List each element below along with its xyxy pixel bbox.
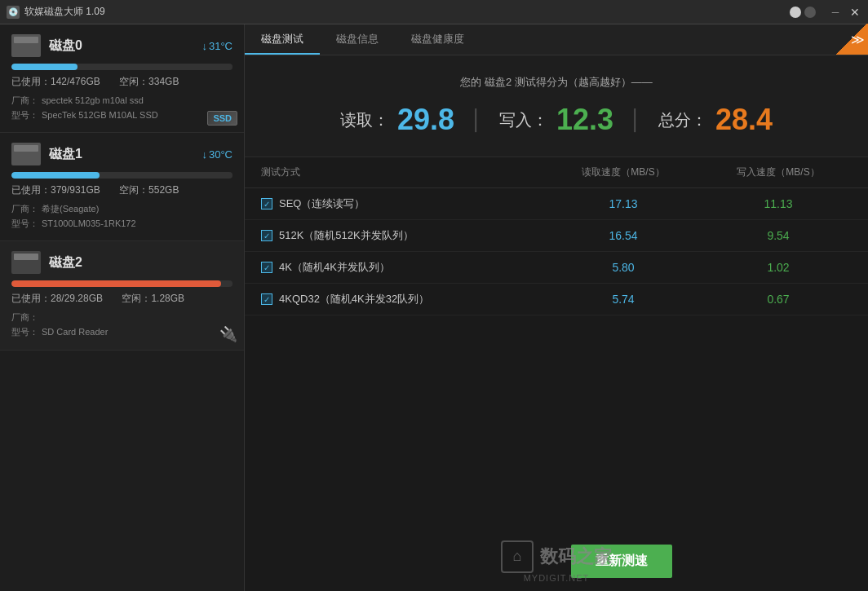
total-value: 28.4 <box>715 103 773 137</box>
disk-0-info: 厂商：spectek 512gb m10al ssd 型号：SpecTek 51… <box>11 94 232 122</box>
disk-1-header: 磁盘1 ↓ 30°C <box>11 143 232 165</box>
watermark-logo: ⌂ 数码之家 <box>501 540 612 573</box>
disk-0-item[interactable]: 磁盘0 ↓ 31°C 已使用：142/476GB 空闲：334GB 厂商：spe… <box>0 24 244 133</box>
temp-arrow-icon-1: ↓ <box>202 148 207 161</box>
row-1-method: 512K（随机512K并发队列） <box>279 228 414 243</box>
row-1-method-cell: 512K（随机512K并发队列） <box>261 228 542 243</box>
row-1-checkbox[interactable] <box>261 230 272 241</box>
close-button[interactable]: ✕ <box>848 6 861 19</box>
disk-1-usage: 已使用：379/931GB 空闲：552GB <box>11 183 232 197</box>
disk-2-progress-fill <box>11 280 221 287</box>
window-controls: ─ ✕ <box>790 6 861 19</box>
row-3-checkbox[interactable] <box>261 293 272 305</box>
read-value: 29.8 <box>397 103 454 137</box>
tab-disk-health[interactable]: 磁盘健康度 <box>395 25 480 55</box>
row-2-method: 4K（随机4K并发队列） <box>279 260 390 275</box>
watermark: ⌂ 数码之家 MYDIGIT.NET <box>501 540 612 583</box>
row-0-write: 11.13 <box>705 197 852 210</box>
disk-0-progress-bg <box>11 64 232 70</box>
row-0-checkbox[interactable] <box>261 198 272 209</box>
table-row: 4K（随机4K并发队列） 5.80 1.02 <box>245 252 868 284</box>
score-title: 您的 磁盘2 测试得分为（越高越好）—— <box>277 75 835 90</box>
read-score-item: 读取： 29.8 <box>340 103 454 137</box>
row-1-write: 9.54 <box>705 229 852 242</box>
disk-0-progress-fill <box>11 64 78 70</box>
header-write: 写入速度（MB/S） <box>705 165 852 179</box>
write-label: 写入： <box>499 109 548 131</box>
main-container: 磁盘0 ↓ 31°C 已使用：142/476GB 空闲：334GB 厂商：spe… <box>0 24 868 591</box>
disk-2-icon-name: 磁盘2 <box>11 251 82 274</box>
disk-2-header: 磁盘2 <box>11 251 232 274</box>
score-divider-2: │ <box>630 108 642 131</box>
write-value: 12.3 <box>556 103 613 137</box>
watermark-home-icon: ⌂ <box>501 540 534 573</box>
watermark-sub: MYDIGIT.NET <box>524 573 590 583</box>
score-divider-1: │ <box>471 108 483 131</box>
disk-0-usage: 已使用：142/476GB 空闲：334GB <box>11 75 232 89</box>
row-2-checkbox[interactable] <box>261 262 272 273</box>
watermark-text: 数码之家 <box>540 545 612 569</box>
app-title: 软媒磁盘大师 1.09 <box>24 5 105 19</box>
write-score-item: 写入： 12.3 <box>499 103 613 137</box>
row-3-write: 0.67 <box>705 293 852 306</box>
light-theme-dot <box>790 7 801 18</box>
header-read: 读取速度（MB/S） <box>542 165 705 179</box>
disk-2-usb-badge: 🔌 <box>219 325 237 343</box>
row-2-write: 1.02 <box>705 261 852 274</box>
disk-2-usage: 已使用：28/29.28GB 空闲：1.28GB <box>11 292 232 306</box>
total-score-item: 总分： 28.4 <box>658 103 773 137</box>
disk-1-temp: ↓ 30°C <box>202 148 232 161</box>
disk-1-icon <box>11 143 41 165</box>
disk-1-name: 磁盘1 <box>49 146 82 163</box>
disk-1-icon-name: 磁盘1 <box>11 143 82 165</box>
tabs-bar: 磁盘测试 磁盘信息 磁盘健康度 ≫ <box>245 24 868 55</box>
disk-0-icon-name: 磁盘0 <box>11 34 82 57</box>
row-3-read: 5.74 <box>542 293 705 306</box>
dark-theme-dot <box>804 7 816 18</box>
row-0-method: SEQ（连续读写） <box>279 196 365 211</box>
disk-2-name: 磁盘2 <box>49 254 82 271</box>
row-2-read: 5.80 <box>542 261 705 274</box>
disk-2-icon <box>11 251 41 274</box>
disk-0-ssd-badge: SSD <box>207 111 237 126</box>
retest-area: ⌂ 数码之家 MYDIGIT.NET 重新测速 <box>245 531 868 591</box>
row-0-read: 17.13 <box>542 197 705 210</box>
total-label: 总分： <box>658 109 707 131</box>
row-3-method: 4KQD32（随机4K并发32队列） <box>279 292 429 307</box>
row-1-read: 16.54 <box>542 229 705 242</box>
table-row: 512K（随机512K并发队列） 16.54 9.54 <box>245 220 868 252</box>
temp-arrow-icon: ↓ <box>202 40 207 52</box>
row-2-method-cell: 4K（随机4K并发队列） <box>261 260 542 275</box>
app-icon: 💿 <box>7 6 20 19</box>
score-values: 读取： 29.8 │ 写入： 12.3 │ 总分： 28.4 <box>277 103 835 137</box>
disk-2-item[interactable]: 磁盘2 已使用：28/29.28GB 空闲：1.28GB 厂商： 型号：SD C… <box>0 241 244 350</box>
disk-1-item[interactable]: 磁盘1 ↓ 30°C 已使用：379/931GB 空闲：552GB 厂商：希捷(… <box>0 133 244 241</box>
minimize-button[interactable]: ─ <box>829 6 842 19</box>
disk-1-progress-bg <box>11 172 232 179</box>
disk-1-info: 厂商：希捷(Seagate) 型号：ST1000LM035-1RK172 <box>11 202 232 231</box>
row-0-method-cell: SEQ（连续读写） <box>261 196 542 211</box>
disk-0-icon <box>11 34 41 57</box>
titlebar: 💿 软媒磁盘大师 1.09 ─ ✕ <box>0 0 868 24</box>
tab-disk-info[interactable]: 磁盘信息 <box>320 25 395 55</box>
disk-0-name: 磁盘0 <box>49 37 82 55</box>
corner-decoration: ≫ <box>835 24 868 55</box>
disk-1-progress-fill <box>11 172 100 179</box>
disk-0-header: 磁盘0 ↓ 31°C <box>11 34 232 57</box>
tab-disk-test[interactable]: 磁盘测试 <box>245 25 320 55</box>
table-header: 测试方式 读取速度（MB/S） 写入速度（MB/S） <box>245 157 868 188</box>
disk-2-progress-bg <box>11 280 232 287</box>
sidebar: 磁盘0 ↓ 31°C 已使用：142/476GB 空闲：334GB 厂商：spe… <box>0 24 245 591</box>
corner-arrows-icon: ≫ <box>851 32 865 47</box>
table-row: 4KQD32（随机4K并发32队列） 5.74 0.67 <box>245 284 868 315</box>
score-section: 您的 磁盘2 测试得分为（越高越好）—— 读取： 29.8 │ 写入： 12.3… <box>245 55 868 157</box>
disk-2-info: 厂商： 型号：SD Card Reader <box>11 311 232 339</box>
table-row: SEQ（连续读写） 17.13 11.13 <box>245 188 868 220</box>
read-label: 读取： <box>340 109 389 131</box>
disk-0-temp: ↓ 31°C <box>202 40 232 52</box>
content-area: 磁盘测试 磁盘信息 磁盘健康度 ≫ 您的 磁盘2 测试得分为（越高越好）—— 读… <box>245 24 868 591</box>
table-section: 测试方式 读取速度（MB/S） 写入速度（MB/S） SEQ（连续读写） 17.… <box>245 157 868 531</box>
header-method: 测试方式 <box>261 165 542 179</box>
row-3-method-cell: 4KQD32（随机4K并发32队列） <box>261 292 542 307</box>
theme-toggle[interactable] <box>790 7 816 18</box>
